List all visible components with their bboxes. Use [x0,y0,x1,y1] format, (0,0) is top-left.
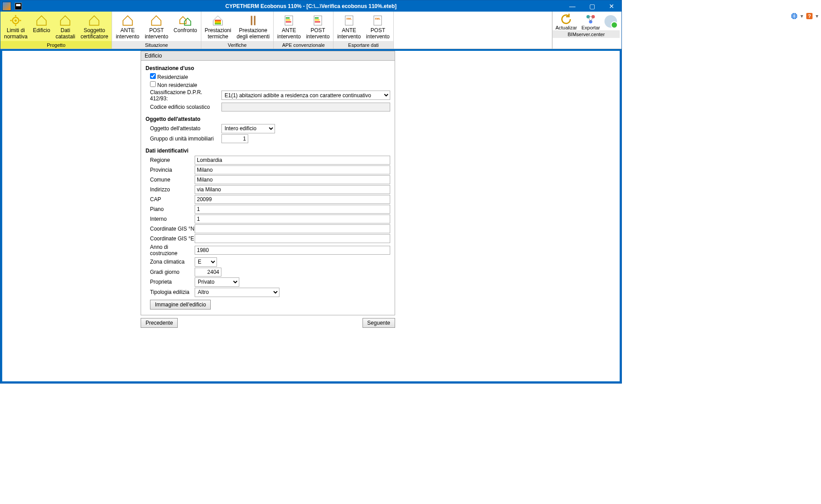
svg-rect-11 [254,16,256,25]
svg-rect-15 [286,21,291,23]
confronto-button[interactable]: Confronto [171,13,200,41]
ribbon-btn-label: POST intervento [306,28,330,40]
precedente-button[interactable]: Precedente [141,318,178,328]
panel-header: Edificio [141,51,395,61]
seguente-button[interactable]: Seguente [363,318,395,328]
svg-text:XML: XML [346,17,352,20]
section-dati: Dati identificativi [146,148,390,154]
user-avatar[interactable] [604,15,617,28]
oggetto-select[interactable]: Intero edificio [221,124,275,133]
immagine-edificio-button[interactable]: Immagine dell'edificio [150,300,211,310]
thermal-house-icon [211,14,225,27]
maximize-button[interactable]: ▢ [582,0,602,12]
interno-label: Interno [150,216,195,222]
gradi-input[interactable] [195,268,221,277]
ribbon: Limiti di normativa Edificio Dati catast… [0,12,621,49]
gise-label: Coordinate GIS °E [150,235,195,242]
ape-ante-button[interactable]: ANTE intervento [275,13,304,41]
ante-intervento-button[interactable]: ANTE intervento [113,13,142,41]
ribbon-group-label: APE convenzionale [274,41,333,49]
comune-label: Comune [150,177,195,183]
provincia-input[interactable] [195,165,390,174]
ribbon-btn-label: Confronto [174,28,197,34]
classificazione-select[interactable]: E1(1) abitazioni adibite a residenza con… [221,91,390,100]
comune-input[interactable] [195,175,390,184]
ribbon-btn-label: Prestazioni termiche [205,28,231,40]
titlebar: CYPETHERM Ecobonus 110% - [C:\...\Verifi… [0,0,621,12]
energy-label-icon [311,14,325,27]
ribbon-group-verifiche: Prestazioni termiche Prestazione degli e… [201,12,274,49]
codice-scolastico-label: Codice edificio scolastico [150,104,221,110]
refresh-icon [559,13,573,25]
oggetto-label: Oggetto dell'attestato [150,125,221,132]
gisn-input[interactable] [195,224,390,233]
minimize-button[interactable]: — [563,0,582,12]
help-icon[interactable]: ? [806,12,813,20]
prestazioni-termiche-button[interactable]: Prestazioni termiche [202,13,234,41]
globe-icon[interactable] [791,12,798,20]
tipologia-label: Tipologia edilizia [150,289,195,295]
anno-label: Anno di costruzione [150,244,195,256]
actualizar-button[interactable]: Actualizar [555,13,577,30]
proprieta-select[interactable]: Privato [195,277,239,287]
svg-rect-14 [286,19,291,21]
ribbon-btn-label: Prestazione degli elementi [237,28,270,40]
prestazione-elementi-button[interactable]: Prestazione degli elementi [234,13,272,41]
svg-rect-18 [315,19,320,21]
export-ante-button[interactable]: XML ANTE intervento [334,13,363,41]
dati-catastali-button[interactable]: Dati catastali [53,13,78,41]
svg-rect-10 [251,16,253,25]
export-icon [584,13,597,25]
gisn-label: Coordinate GIS °N [150,226,195,232]
zona-select[interactable]: E [195,257,217,267]
ribbon-group-label: Esportare dati [333,41,393,49]
tipologia-select[interactable]: Altro [195,288,279,297]
piano-input[interactable] [195,205,390,214]
compare-icon [178,14,192,27]
bim-btn-label: Actualizar [555,25,577,30]
ribbon-btn-label: Edificio [33,28,50,34]
element-icon [246,14,260,27]
export-post-button[interactable]: XML POST intervento [363,13,392,41]
proprieta-label: Proprieta [150,279,195,285]
residenziale-checkbox[interactable]: Residenziale [150,74,188,80]
provincia-label: Provincia [150,167,195,173]
svg-point-4 [15,19,17,21]
soggetto-certificatore-button[interactable]: Soggetto certificatore [78,13,111,41]
interno-input[interactable] [195,215,390,223]
codice-scolastico-input [221,103,390,112]
house-outline-icon [149,14,163,27]
anno-input[interactable] [195,246,390,255]
ribbon-group-label: BIMserver.center [553,30,620,38]
indirizzo-input[interactable] [195,185,390,194]
svg-text:?: ? [808,13,811,19]
non-residenziale-checkbox[interactable]: Non residenziale [150,82,197,88]
close-button[interactable]: ✕ [602,0,621,12]
regione-label: Regione [150,157,195,163]
house-icon [34,14,49,27]
exportar-button[interactable]: Exportar [581,13,600,30]
post-intervento-button[interactable]: POST intervento [142,13,171,41]
ribbon-btn-label: Limiti di normativa [4,28,28,40]
energy-label-icon [282,14,296,27]
limiti-normativa-button[interactable]: Limiti di normativa [1,13,30,41]
regione-input[interactable] [195,156,390,165]
cap-input[interactable] [195,195,390,204]
house-outline-icon [121,14,135,27]
gruppo-input[interactable] [221,134,248,143]
svg-rect-13 [286,17,290,19]
ribbon-btn-label: POST intervento [145,28,168,40]
ribbon-btn-label: Dati catastali [55,28,75,40]
cap-label: CAP [150,196,195,202]
classificazione-label: Classificazione D.P.R. 412/93: [150,89,221,102]
ape-post-button[interactable]: POST intervento [304,13,333,41]
edificio-button[interactable]: Edificio [30,13,53,41]
gruppo-label: Gruppo di unità immobiliari [150,136,221,142]
piano-label: Piano [150,206,195,212]
gise-input[interactable] [195,234,390,243]
xml-file-icon: XML [342,14,356,27]
ribbon-group-esportare: XML ANTE intervento XML POST intervento … [333,12,393,49]
svg-text:XML: XML [375,17,381,20]
ribbon-btn-label: ANTE intervento [337,28,361,40]
svg-rect-19 [315,21,320,23]
